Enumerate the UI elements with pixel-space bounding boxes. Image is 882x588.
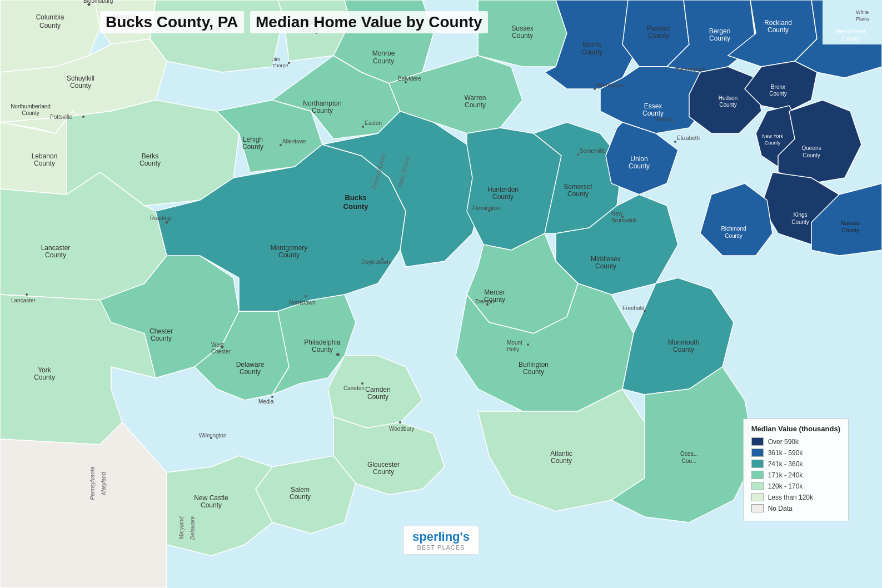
- woodbury-label: Woodbury: [389, 426, 414, 432]
- norristown-dot: [305, 295, 307, 297]
- philadelphia-dot: [336, 353, 340, 356]
- west-chester-label2: Chester: [211, 348, 231, 355]
- camden-label: Camden: [343, 385, 365, 391]
- allentown-dot: [280, 144, 282, 146]
- legend-item-3: 171k - 240k: [751, 471, 840, 479]
- freehold-label: Freehold: [622, 305, 644, 311]
- legend-swatch-1: [751, 449, 764, 457]
- easton-dot: [362, 126, 364, 128]
- legend-item-0: Over 590k: [751, 437, 840, 446]
- white-plains-label: White: [856, 9, 869, 15]
- mount-holly-dot: [527, 343, 529, 346]
- legend-label-3: 171k - 240k: [768, 471, 803, 479]
- norristown-label: Norristown: [289, 300, 316, 306]
- bloomsburg-label: Bloomsburg: [83, 0, 113, 4]
- sperlings-sub: BEST PLACES: [412, 544, 470, 551]
- mount-holly-label: Mount: [507, 340, 522, 346]
- media-label: Media: [258, 398, 274, 405]
- legend-item-5: Less than 120k: [751, 493, 840, 501]
- reading-label: Reading: [150, 215, 171, 221]
- new-brunswick-label2: Brunswick: [611, 217, 637, 223]
- jim-thorpe-label2: Thorpe: [272, 63, 288, 68]
- easton-label: Easton: [365, 120, 382, 126]
- jim-thorpe-dot: [288, 62, 290, 64]
- jim-thorpe-label: Jim: [272, 57, 280, 62]
- legend-item-4: 120k - 170k: [751, 482, 840, 490]
- flemington-label: Flemington: [472, 205, 500, 211]
- legend-swatch-2: [751, 460, 764, 468]
- legend-title: Median Value (thousands): [751, 425, 840, 433]
- elizabeth-dot: [674, 141, 676, 143]
- sperlings-logo: sperling's BEST PLACES: [403, 526, 479, 555]
- pa-md-border: [0, 422, 167, 588]
- legend-label-1: 361k - 590k: [768, 449, 803, 457]
- belvidere-label: Belvidere: [398, 76, 421, 82]
- sussex-county: [478, 0, 567, 67]
- map-legend: Median Value (thousands) Over 590k 361k …: [743, 418, 849, 521]
- sperlings-name: sperling's: [412, 530, 470, 544]
- legend-label-6: No Data: [768, 505, 793, 512]
- legend-item-2: 241k - 360k: [751, 460, 840, 468]
- legend-swatch-0: [751, 437, 764, 446]
- doylestown-label: Doylestown: [361, 259, 390, 265]
- morristown-dot: [594, 88, 596, 90]
- legend-swatch-5: [751, 493, 764, 501]
- new-brunswick-label: New: [611, 211, 623, 217]
- allentown-label: Allentown: [282, 138, 306, 144]
- west-chester-label: West: [211, 342, 224, 348]
- camden-dot: [361, 382, 363, 385]
- main-map-title: Median Home Value by County: [250, 11, 488, 33]
- legend-label-5: Less than 120k: [768, 494, 813, 501]
- legend-label-2: 241k - 360k: [768, 460, 803, 468]
- legend-label-4: 120k - 170k: [768, 482, 803, 490]
- pottsville-dot: [82, 116, 84, 118]
- elizabeth-label: Elizabeth: [677, 135, 700, 141]
- legend-item-6: No Data: [751, 504, 840, 512]
- legend-item-1: 361k - 590k: [751, 449, 840, 457]
- legend-swatch-4: [751, 482, 764, 490]
- md-label: Maryland: [101, 472, 107, 495]
- woodbury-dot: [399, 421, 401, 423]
- svg-rect-2: [823, 0, 882, 44]
- map-container: Columbia County Montour Luzerne Carbon C…: [0, 0, 882, 588]
- mount-holly-label2: Holly: [507, 346, 519, 352]
- de-label: Delaware: [190, 516, 196, 540]
- newark-label: Newark: [654, 116, 674, 122]
- md-label2: Maryland: [178, 516, 185, 540]
- trenton-label: Trenton: [475, 298, 494, 305]
- morristown-label: Morristown: [596, 82, 624, 88]
- white-plains-label2: Plains: [856, 16, 870, 22]
- somerville-label: Somerville: [580, 148, 606, 154]
- media-dot: [271, 396, 273, 398]
- bucks-county-title: Bucks County, PA: [100, 11, 244, 33]
- wilmington-label: Wilmington: [199, 432, 226, 438]
- lancaster-city-label: Lancaster: [11, 297, 36, 303]
- somerville-dot: [577, 153, 579, 156]
- pa-md-label: Pennsylvania: [89, 467, 96, 500]
- lancaster-city-dot: [26, 293, 28, 296]
- legend-swatch-6: [751, 504, 764, 512]
- pottsville-label: Pottsville: [50, 114, 72, 120]
- hackensack-label: Hackensack: [675, 66, 706, 72]
- reading-dot: [166, 221, 168, 224]
- legend-swatch-3: [751, 471, 764, 479]
- legend-label-0: Over 590k: [768, 438, 799, 446]
